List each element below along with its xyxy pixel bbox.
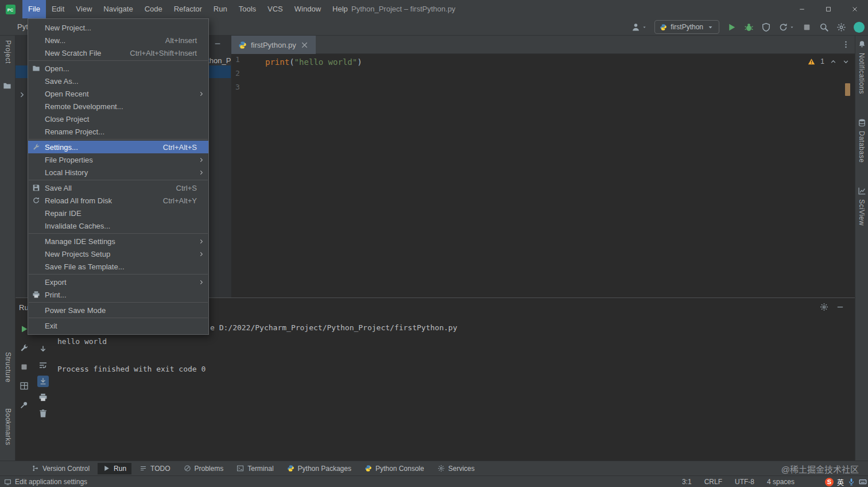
database-icon[interactable] <box>858 118 866 127</box>
menu-item-power-save-mode[interactable]: Power Save Mode <box>28 304 208 316</box>
down-the-stack-trace-button[interactable] <box>37 343 49 355</box>
ime-language-label[interactable]: 英 <box>837 477 844 487</box>
menu-item-save-file-as-template[interactable]: Save File as Template... <box>28 260 208 273</box>
menubar-vcs[interactable]: VCS <box>262 0 289 18</box>
menu-item-open[interactable]: Open... <box>28 62 208 75</box>
status-segment-crlf[interactable]: CRLF <box>704 478 722 486</box>
coverage-button[interactable] <box>761 22 771 32</box>
menu-item-shortcut: Ctrl+Alt+Shift+Insert <box>130 49 197 57</box>
clear-all-button[interactable] <box>37 408 49 419</box>
menu-item-export[interactable]: Export <box>28 276 208 288</box>
stop-button[interactable] <box>802 22 812 32</box>
toolwindow-stripe-sciview[interactable]: SciView <box>858 199 866 226</box>
menubar-refactor[interactable]: Refactor <box>168 0 208 18</box>
avatar[interactable] <box>854 22 865 33</box>
menu-item-save-all[interactable]: Save AllCtrl+S <box>28 181 208 194</box>
menubar-tools[interactable]: Tools <box>233 0 262 18</box>
toolwindow-button-run[interactable]: Run <box>98 463 131 474</box>
toolwindow-button-python-console[interactable]: Python Console <box>359 463 429 474</box>
menu-item-new-projects-setup[interactable]: New Projects Setup <box>28 248 208 260</box>
menu-item-open-recent[interactable]: Open Recent <box>28 87 208 100</box>
menu-item-reload-all-from-disk[interactable]: Reload All from DiskCtrl+Alt+Y <box>28 194 208 207</box>
toolwindow-button-terminal[interactable]: Terminal <box>231 463 278 474</box>
menu-item-print[interactable]: Print... <box>28 288 208 301</box>
gear-icon[interactable] <box>820 303 828 311</box>
microphone-icon[interactable] <box>847 478 855 486</box>
menubar-help[interactable]: Help <box>327 0 354 18</box>
chevron-down-icon[interactable] <box>642 25 647 30</box>
settings-gear-button[interactable] <box>836 22 846 32</box>
folder-icon[interactable] <box>3 82 11 90</box>
keyboard-icon[interactable] <box>859 478 867 486</box>
sciview-icon[interactable] <box>858 187 866 195</box>
chevron-up-icon[interactable] <box>830 58 837 65</box>
menu-item-file-properties[interactable]: File Properties <box>28 153 208 166</box>
status-segment-3-1[interactable]: 3:1 <box>682 478 692 486</box>
scrollbar-marker[interactable] <box>845 83 850 96</box>
menu-item-save-as[interactable]: Save As... <box>28 75 208 87</box>
inspections-widget[interactable]: 1 <box>808 57 850 65</box>
code-with-me-group[interactable] <box>631 22 647 32</box>
chevron-down-icon[interactable] <box>789 25 795 30</box>
hide-panel-icon[interactable] <box>214 40 222 48</box>
toolwindow-button-python-packages[interactable]: Python Packages <box>282 463 356 474</box>
close-tab-icon[interactable] <box>300 41 309 49</box>
maximize-window-button[interactable] <box>815 0 842 18</box>
chevron-down-icon[interactable] <box>842 58 850 65</box>
scroll-to-end-button[interactable] <box>37 376 49 387</box>
toolwindow-stripe-bookmarks[interactable]: Bookmarks <box>4 408 12 446</box>
menu-item-new[interactable]: New...Alt+Insert <box>28 34 208 47</box>
menubar-window[interactable]: Window <box>289 0 327 18</box>
soft-wrap-button[interactable] <box>37 360 49 371</box>
hide-panel-icon[interactable] <box>836 303 844 311</box>
editor-body[interactable]: 123 print("hello world") 1 <box>231 54 855 297</box>
menubar-view[interactable]: View <box>70 0 98 18</box>
bell-icon[interactable] <box>858 40 866 49</box>
menu-item-new-project[interactable]: New Project... <box>28 21 208 34</box>
stop-button[interactable] <box>18 361 30 373</box>
debug-button[interactable] <box>744 22 754 32</box>
menubar-run[interactable]: Run <box>208 0 233 18</box>
menu-item-invalidate-caches[interactable]: Invalidate Caches... <box>28 219 208 232</box>
toolwindow-button-services[interactable]: Services <box>432 463 480 474</box>
menu-item-settings[interactable]: Settings...Ctrl+Alt+S <box>28 141 208 153</box>
toolwindow-stripe-notifications[interactable]: Notifications <box>858 53 866 94</box>
toolwindow-stripe-structure[interactable]: Structure <box>4 352 12 382</box>
code-area[interactable]: print("hello world") <box>265 55 362 69</box>
print-console-button[interactable] <box>37 392 49 403</box>
toolwindow-button-todo[interactable]: TODO <box>134 463 175 474</box>
profiler-group[interactable] <box>778 22 795 32</box>
toolwindow-stripe-project[interactable]: Project <box>4 40 12 64</box>
restore-layout-button[interactable] <box>18 380 30 392</box>
run-configuration-select[interactable]: firstPython <box>654 20 719 34</box>
more-options-icon[interactable] <box>842 40 850 49</box>
toolwindow-button-version-control[interactable]: Version Control <box>26 463 95 474</box>
tab-firstpython[interactable]: firstPython.py <box>231 36 316 54</box>
status-segment-4-spaces[interactable]: 4 spaces <box>767 478 795 486</box>
menu-item-exit[interactable]: Exit <box>28 319 208 332</box>
close-window-button[interactable] <box>842 0 868 18</box>
run-button[interactable] <box>727 22 737 32</box>
menubar-navigate[interactable]: Navigate <box>98 0 138 18</box>
sogou-logo-icon[interactable]: S <box>825 478 834 486</box>
users-icon[interactable] <box>631 22 641 32</box>
toolwindow-button-problems[interactable]: Problems <box>179 463 229 474</box>
minimize-window-button[interactable] <box>789 0 815 18</box>
menu-item-new-scratch-file[interactable]: New Scratch FileCtrl+Alt+Shift+Insert <box>28 47 208 59</box>
chevron-right-icon[interactable] <box>18 91 26 99</box>
menubar-file[interactable]: File <box>22 0 46 18</box>
profiler-icon[interactable] <box>778 22 788 32</box>
menu-item-rename-project[interactable]: Rename Project... <box>28 125 208 138</box>
search-everywhere-button[interactable] <box>819 22 829 32</box>
menu-item-remote-development[interactable]: Remote Development... <box>28 100 208 113</box>
menubar-code[interactable]: Code <box>139 0 168 18</box>
menu-item-repair-ide[interactable]: Repair IDE <box>28 207 208 219</box>
menu-item-local-history[interactable]: Local History <box>28 166 208 179</box>
status-segment-utf-8[interactable]: UTF-8 <box>735 478 754 486</box>
menu-item-manage-ide-settings[interactable]: Manage IDE Settings <box>28 235 208 248</box>
menubar-edit[interactable]: Edit <box>46 0 70 18</box>
pin-tab-button[interactable] <box>18 399 30 411</box>
toolwindow-stripe-database[interactable]: Database <box>858 131 866 163</box>
menu-item-close-project[interactable]: Close Project <box>28 113 208 125</box>
edit-configuration-button[interactable] <box>18 342 30 354</box>
